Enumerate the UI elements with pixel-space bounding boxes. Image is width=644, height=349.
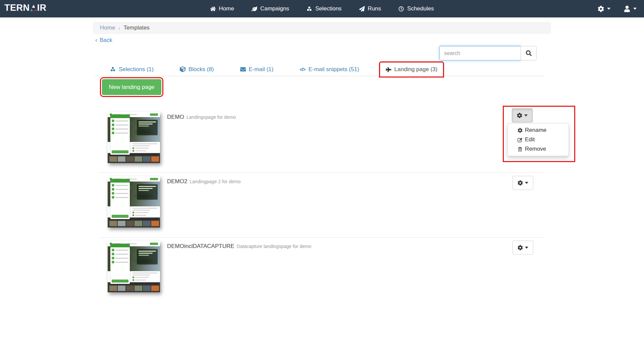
brand-logo[interactable]: TERNIR (4, 3, 47, 13)
circles-icon (110, 66, 116, 72)
menu-item-label: Remove (525, 146, 546, 152)
template-context-menu: Rename Edit Remove (507, 123, 569, 156)
back-label: Back (100, 37, 112, 44)
search-icon (526, 50, 532, 56)
envelope-icon (240, 66, 246, 72)
tab-landing-page[interactable]: Landing page (3) (380, 62, 443, 77)
breadcrumb-current: Templates (123, 24, 149, 31)
user-icon (624, 6, 630, 12)
cube-icon (180, 66, 185, 72)
nav-label: Selections (315, 5, 341, 12)
tab-label: E-mail snippets (51) (308, 66, 359, 73)
template-thumbnail[interactable] (108, 112, 160, 163)
navbar-right-controls (598, 6, 637, 12)
chevron-down-icon (607, 8, 610, 10)
gear-icon (598, 6, 604, 12)
row-divider (99, 172, 544, 173)
template-description: Landingpage 2 for demo (190, 179, 240, 184)
circles-icon (307, 6, 312, 12)
template-thumbnail[interactable] (108, 176, 160, 228)
thumb-side-card (110, 179, 130, 219)
tab-label: Selections (1) (119, 66, 154, 73)
edit-icon (518, 137, 523, 142)
template-name: DEMOinclDATACAPTURE (167, 243, 234, 250)
thumb-side-card (110, 244, 130, 284)
template-name: DEMO (167, 114, 184, 120)
paper-plane-icon (359, 6, 365, 12)
tab-blocks[interactable]: Blocks (8) (174, 62, 219, 76)
clock-icon (398, 6, 404, 12)
menu-item-label: Rename (525, 127, 546, 134)
tab-email-snippets[interactable]: </> E-mail snippets (51) (294, 62, 364, 76)
menu-item-rename[interactable]: Rename (508, 126, 569, 135)
nav-item-runs[interactable]: Runs (350, 0, 390, 17)
thumb-side-card (110, 114, 130, 155)
template-row: DEMO2 Landingpage 2 for demo (93, 176, 551, 237)
user-dropdown[interactable] (624, 6, 637, 12)
code-icon: </> (300, 67, 305, 72)
gear-icon (518, 180, 523, 186)
tab-label: Landing page (3) (394, 66, 438, 73)
trash-icon (518, 147, 523, 152)
template-info: DEMO Landingspage for demo (167, 114, 236, 120)
nav-item-home[interactable]: Home (202, 0, 243, 17)
template-thumbnail[interactable] (108, 241, 160, 292)
search-group (439, 46, 537, 60)
gear-icon (518, 245, 523, 250)
tab-label: E-mail (1) (249, 66, 274, 73)
main-navigation: Home Campaigns Selections Runs Schedules (202, 0, 443, 17)
breadcrumb: Home › Templates (93, 22, 551, 34)
template-description: Datacapture landingspage for demo (237, 244, 312, 249)
new-landing-page-button[interactable]: New landing page (102, 79, 161, 95)
home-icon (210, 6, 216, 12)
menu-item-edit[interactable]: Edit (508, 135, 569, 144)
tab-selections[interactable]: Selections (1) (105, 62, 159, 76)
thumb-quote-box (137, 249, 158, 264)
chevron-down-icon (633, 8, 637, 10)
chevron-down-icon (525, 182, 528, 184)
nav-item-schedules[interactable]: Schedules (390, 0, 442, 17)
brand-triangle-a-icon (30, 4, 38, 12)
nav-label: Home (219, 5, 234, 12)
breadcrumb-home-link[interactable]: Home (100, 24, 115, 31)
tab-label: Blocks (8) (189, 66, 214, 73)
search-button[interactable] (521, 46, 537, 60)
chevron-left-icon: ‹ (95, 37, 97, 44)
page-container: Home › Templates ‹ Back Selections (1) B… (93, 17, 551, 349)
settings-dropdown[interactable] (598, 6, 610, 12)
gear-icon (517, 113, 522, 118)
brand-text-prefix: TERN (4, 3, 30, 13)
nav-label: Runs (368, 5, 381, 12)
row-divider (99, 237, 544, 238)
nav-label: Schedules (407, 5, 434, 12)
gear-icon (518, 128, 523, 133)
nav-item-selections[interactable]: Selections (298, 0, 350, 17)
template-info: DEMO2 Landingpage 2 for demo (167, 178, 240, 185)
template-actions-button[interactable] (513, 176, 533, 190)
search-input[interactable] (439, 46, 521, 60)
template-row: DEMOinclDATACAPTURE Datacapture landings… (93, 241, 551, 302)
template-actions-button[interactable] (513, 241, 533, 255)
thumb-quote-box (137, 120, 158, 135)
top-navbar: TERNIR Home Campaigns Selections Runs Sc… (0, 0, 644, 17)
brand-text-suffix: IR (37, 3, 47, 13)
template-actions-button-open[interactable] (512, 108, 533, 122)
template-info: DEMOinclDATACAPTURE Datacapture landings… (167, 243, 311, 250)
nav-label: Campaigns (260, 5, 289, 12)
breadcrumb-separator: › (118, 25, 120, 31)
plane-icon (386, 67, 391, 72)
template-tabs: Selections (1) Blocks (8) E-mail (1) </>… (95, 62, 544, 76)
thumb-quote-box (137, 184, 158, 200)
menu-item-label: Edit (525, 136, 535, 143)
nav-item-campaigns[interactable]: Campaigns (243, 0, 298, 17)
chevron-down-icon (524, 114, 528, 116)
tab-email[interactable]: E-mail (1) (235, 62, 279, 76)
template-row: DEMO Landingspage for demo (93, 112, 551, 173)
back-link[interactable]: ‹ Back (95, 37, 112, 44)
template-description: Landingspage for demo (186, 114, 236, 120)
leaf-icon (252, 6, 257, 12)
template-name: DEMO2 (167, 178, 187, 185)
chevron-down-icon (525, 247, 528, 249)
menu-item-remove[interactable]: Remove (508, 144, 569, 154)
